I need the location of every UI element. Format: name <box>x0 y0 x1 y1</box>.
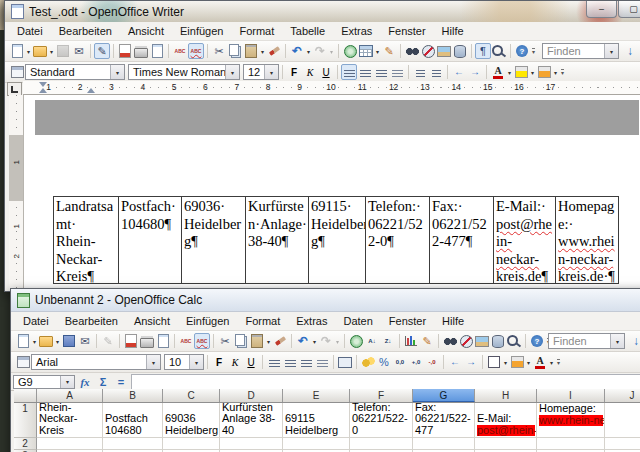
cell-C1[interactable]: 69036 Heidelberg <box>163 403 220 438</box>
gallery-icon[interactable] <box>436 43 452 59</box>
cell-H1[interactable]: E-Mail: post@rhein-ne <box>475 403 537 438</box>
zoom-icon[interactable] <box>491 43 507 59</box>
cut-icon[interactable]: ✂ <box>211 43 227 59</box>
column-header[interactable]: I <box>537 389 605 402</box>
menu-item[interactable]: Hilfe <box>434 313 472 329</box>
bullet-list-icon[interactable] <box>428 64 444 80</box>
column-header[interactable]: C <box>163 389 220 402</box>
sort-ascending-icon[interactable]: A↓ <box>364 333 380 349</box>
align-justify-icon[interactable] <box>314 354 330 370</box>
copy-icon[interactable] <box>227 43 243 59</box>
find-next-icon[interactable]: ↓ <box>622 43 638 59</box>
decrease-indent-icon[interactable]: ← <box>451 64 467 80</box>
sort-descending-icon[interactable]: Z↓ <box>380 333 396 349</box>
add-decimal-icon[interactable]: +,0 <box>408 354 424 370</box>
menu-item[interactable]: Einfügen <box>172 23 231 39</box>
row-header[interactable]: 1 <box>14 403 37 438</box>
font-size-combo[interactable]: 10▾ <box>164 354 204 370</box>
column-header[interactable]: J <box>605 389 640 402</box>
bold-icon[interactable]: F <box>211 354 227 370</box>
highlighting-icon[interactable] <box>513 64 529 80</box>
left-indent-marker[interactable] <box>87 88 95 93</box>
table-caret[interactable]: ▾ <box>374 48 381 55</box>
save-icon[interactable] <box>55 43 71 59</box>
toolbar-overflow-icon[interactable]: ▾ <box>561 69 564 76</box>
undo-caret[interactable]: ▾ <box>305 48 312 55</box>
column-header[interactable]: G <box>413 389 475 402</box>
table-cell[interactable]: Kurfürste n·Anlage· 38-40¶ <box>245 196 309 284</box>
menu-item[interactable]: Extras <box>333 23 380 39</box>
autospellcheck-icon[interactable]: ABC <box>194 333 210 349</box>
column-header[interactable]: A <box>37 389 103 402</box>
open-icon[interactable] <box>38 333 54 349</box>
menu-item[interactable]: Hilfe <box>434 23 472 39</box>
email-icon[interactable]: ✉ <box>77 333 93 349</box>
print-icon[interactable] <box>133 43 149 59</box>
new-document-icon[interactable] <box>15 333 31 349</box>
cell-H2[interactable] <box>475 438 537 450</box>
align-center-icon[interactable] <box>357 64 373 80</box>
menu-item[interactable]: Tabelle <box>282 23 333 39</box>
find-combo-caret[interactable]: ▾ <box>610 334 624 348</box>
underline-icon[interactable]: U <box>318 64 334 80</box>
table-cell[interactable]: 69115· Heidelber g¶ <box>308 196 366 284</box>
indent-marker[interactable] <box>39 88 47 93</box>
data-sources-icon[interactable] <box>490 333 506 349</box>
menu-item[interactable]: Extras <box>288 313 335 329</box>
cut-icon[interactable]: ✂ <box>217 333 233 349</box>
undo-caret[interactable]: ▾ <box>311 338 318 345</box>
cell-G1[interactable]: Fax: 06221/522- 477 <box>413 403 475 438</box>
font-color-icon[interactable]: A <box>490 64 506 80</box>
find-combo[interactable]: Finden ▾ <box>542 43 619 59</box>
new-document-caret[interactable]: ▾ <box>25 48 32 55</box>
select-all-corner[interactable] <box>14 389 37 402</box>
styles-window-icon[interactable] <box>9 64 25 80</box>
table-cell[interactable]: Landratsa mt· Rhein- Neckar- Kreis¶ <box>53 196 119 284</box>
paste-icon[interactable] <box>249 333 265 349</box>
spellcheck-icon[interactable]: ABC <box>178 333 194 349</box>
font-size-combo[interactable]: 12▾ <box>243 64 279 80</box>
background-color-icon[interactable] <box>536 64 552 80</box>
percent-format-icon[interactable]: % <box>376 354 392 370</box>
paragraph-style-combo[interactable]: Standard▾ <box>25 64 125 80</box>
paste-caret[interactable]: ▾ <box>259 48 266 55</box>
column-header[interactable]: H <box>475 389 537 402</box>
cell-B1[interactable]: Postfach 104680 <box>103 403 163 438</box>
menu-item[interactable]: Fenster <box>380 23 433 39</box>
font-name-combo[interactable]: Arial▾ <box>31 354 161 370</box>
writer-titlebar[interactable]: Test_.odt - OpenOffice Writer – ▢ <box>5 1 640 22</box>
menu-item[interactable]: Fenster <box>381 313 434 329</box>
page-preview-icon[interactable] <box>155 333 171 349</box>
find-combo[interactable]: Finden ▾ <box>548 333 625 349</box>
font-name-combo[interactable]: Times New Roman▾ <box>128 64 240 80</box>
cell-B2[interactable] <box>103 438 163 450</box>
equals-icon[interactable]: = <box>113 374 129 390</box>
decrease-indent-icon[interactable]: ← <box>447 354 463 370</box>
copy-icon[interactable] <box>233 333 249 349</box>
borders-icon[interactable] <box>486 354 502 370</box>
find-replace-icon[interactable] <box>442 333 458 349</box>
currency-format-icon[interactable] <box>360 354 376 370</box>
spellcheck-icon[interactable]: ABC <box>172 43 188 59</box>
font-color-icon[interactable]: A <box>532 354 548 370</box>
cell-F1[interactable]: Telefon: 06221/522-0 <box>350 403 413 438</box>
cell-A2[interactable] <box>37 438 103 450</box>
menu-item[interactable]: Daten <box>335 313 380 329</box>
tab-stop-selector[interactable] <box>7 82 22 96</box>
background-color-icon[interactable] <box>509 354 525 370</box>
table-cell[interactable]: 69036· Heidelber g¶ <box>181 196 246 284</box>
find-combo-caret[interactable]: ▾ <box>604 44 618 58</box>
save-icon[interactable] <box>61 333 77 349</box>
edit-file-icon[interactable]: ✎ <box>94 43 110 59</box>
edit-file-icon[interactable]: ✎ <box>100 333 116 349</box>
print-icon[interactable] <box>139 333 155 349</box>
paste-caret[interactable]: ▾ <box>265 338 272 345</box>
draw-functions-icon[interactable]: ✎ <box>381 43 397 59</box>
cell-F2[interactable] <box>350 438 413 450</box>
row-header[interactable]: 2 <box>14 438 37 450</box>
navigator-icon[interactable] <box>458 333 474 349</box>
menu-item[interactable]: Bearbeiten <box>51 23 120 39</box>
format-paintbrush-icon[interactable] <box>272 333 288 349</box>
sum-icon[interactable]: Σ <box>95 374 111 390</box>
menu-item[interactable]: Bearbeiten <box>57 313 126 329</box>
